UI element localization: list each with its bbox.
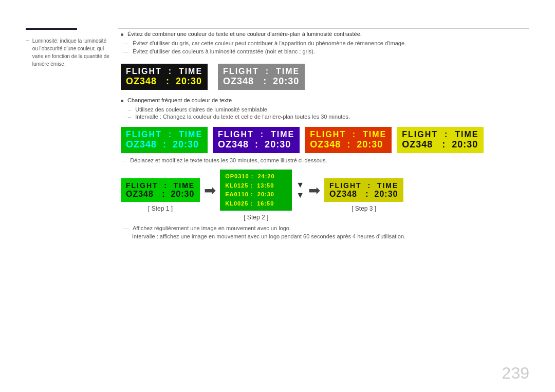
step-2-item: OP0310 : 24:20 KL0125 : 13:50 EA0110 : 2… — [220, 170, 292, 221]
flight-box-purple: FLIGHT : TIME OZ348 : 20:30 — [213, 127, 300, 153]
bottom-notes: Affichez régulièrement une image en mouv… — [121, 225, 529, 239]
step-3-item: FLIGHT : TIME OZ348 : 20:30 [ Step 3 ] — [324, 178, 403, 212]
main-content: Évitez de combiner une couleur de texte … — [121, 31, 529, 239]
flight-row2-purple: OZ348 : 20:30 — [218, 139, 294, 150]
step1-row2: OZ348 : 20:30 — [126, 190, 195, 199]
flight-boxes-section: FLIGHT : TIME OZ348 : 20:30 FLIGHT : TIM… — [121, 64, 529, 90]
flight-row2-orange: OZ348 : 20:30 — [310, 139, 386, 150]
step3-row1: FLIGHT : TIME — [329, 181, 398, 190]
sidebar: Luminosité: indique la luminosité ou l'o… — [26, 28, 113, 68]
bullet-1: Évitez de combiner une couleur de texte … — [121, 31, 529, 37]
flight-row1-yellow: FLIGHT : TIME — [402, 130, 478, 139]
step2-multi-box: OP0310 : 24:20 KL0125 : 13:50 EA0110 : 2… — [220, 170, 292, 211]
arrow-right-1: ➡ — [204, 182, 216, 199]
step-1-item: FLIGHT : TIME OZ348 : 20:30 [ Step 1 ] — [121, 178, 200, 212]
note-2: Intervalle : affichez une image en mouve… — [121, 233, 529, 239]
step3-row2: OZ348 : 20:30 — [329, 190, 398, 199]
flight-box-green: FLIGHT : TIME OZ348 : 20:30 — [121, 127, 208, 153]
flight-box-black: FLIGHT : TIME OZ348 : 20:30 — [121, 64, 208, 90]
bullet-dot-2 — [121, 100, 123, 102]
dash-2: Évitez d'utiliser des couleurs à luminos… — [121, 48, 529, 54]
change-freq-section: Changement fréquent de couleur de texte … — [121, 97, 529, 120]
bullet-2: Changement fréquent de couleur de texte — [121, 97, 529, 103]
step-2-label: [ Step 2 ] — [244, 214, 268, 221]
flight-row1-black: FLIGHT : TIME — [126, 67, 202, 76]
step1-row1: FLIGHT : TIME — [126, 181, 195, 190]
step2-lines: OP0310 : 24:20 KL0125 : 13:50 EA0110 : 2… — [225, 172, 287, 208]
page-number: 239 — [502, 364, 529, 383]
step1-flight-box: FLIGHT : TIME OZ348 : 20:30 — [121, 178, 200, 202]
step-1-label: [ Step 1 ] — [148, 205, 173, 212]
flight-row1-orange: FLIGHT : TIME — [310, 130, 386, 139]
arrow-right-2: ➡ — [308, 182, 320, 199]
step-3-label: [ Step 3 ] — [351, 205, 376, 212]
sub-2: Intervalle : Changez la couleur du texte… — [121, 114, 529, 120]
steps-row: FLIGHT : TIME OZ348 : 20:30 [ Step 1 ] ➡… — [121, 170, 529, 221]
top-divider — [118, 28, 529, 29]
flight-row1-purple: FLIGHT : TIME — [218, 130, 294, 139]
step3-flight-box: FLIGHT : TIME OZ348 : 20:30 — [324, 178, 403, 202]
steps-note: Déplacez et modifiez le texte toutes les… — [121, 157, 529, 163]
sidebar-text: Luminosité: indique la luminosité ou l'o… — [26, 37, 113, 68]
flight-row2-green: OZ348 : 20:30 — [126, 139, 202, 150]
flight-row1-green: FLIGHT : TIME — [126, 130, 202, 139]
flight-row2-yellow: OZ348 : 20:30 — [402, 139, 478, 150]
color-variants-row: FLIGHT : TIME OZ348 : 20:30 FLIGHT : TIM… — [121, 127, 529, 153]
flight-box-yellow: FLIGHT : TIME OZ348 : 20:30 — [397, 127, 484, 153]
flight-box-orange: FLIGHT : TIME OZ348 : 20:30 — [305, 127, 392, 153]
flight-row1-gray: FLIGHT : TIME — [223, 67, 300, 76]
flight-row2-black: OZ348 : 20:30 — [126, 76, 202, 87]
dash-1: Évitez d'utiliser du gris, car cette cou… — [121, 40, 529, 46]
flight-box-gray: FLIGHT : TIME OZ348 : 20:30 — [218, 64, 305, 90]
arrow-down-pair: ▼ ▼ — [296, 180, 304, 200]
sub-1: Utilisez des couleurs claires de luminos… — [121, 106, 529, 113]
bullet-dot-1 — [121, 33, 123, 36]
sidebar-accent-line — [26, 28, 77, 30]
note-1: Affichez régulièrement une image en mouv… — [121, 225, 529, 231]
flight-row2-gray: OZ348 : 20:30 — [223, 76, 300, 87]
